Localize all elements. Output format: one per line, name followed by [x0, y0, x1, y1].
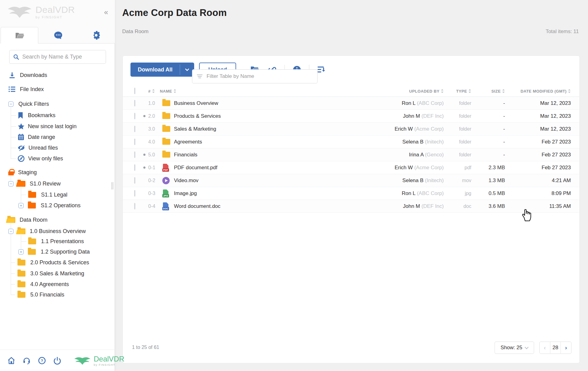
file-size: - [471, 113, 505, 119]
collapse-toggle-icon[interactable]: − [8, 229, 13, 234]
file-type: doc [444, 204, 471, 209]
sidebar-item-s1-0-review[interactable]: − S1.0 Review [8, 178, 61, 189]
page-size-select[interactable]: Show: 25 [495, 342, 534, 354]
next-page-button[interactable]: › [560, 342, 571, 354]
row-checkbox[interactable] [134, 113, 135, 119]
sort-icon[interactable] [502, 89, 505, 93]
row-checkbox[interactable] [134, 126, 135, 132]
sidebar-item-label: Unread files [28, 145, 58, 151]
collapse-toggle-icon[interactable]: − [8, 101, 13, 107]
column-header-type[interactable]: TYPE [456, 89, 467, 94]
file-name[interactable]: Word document.doc [174, 203, 346, 209]
select-all-checkbox[interactable] [134, 88, 135, 94]
file-name[interactable]: Business Overview [174, 100, 346, 106]
sidebar-item-s1-2-operations[interactable]: + S1.2 Operations [18, 200, 81, 211]
folder-icon [162, 152, 170, 158]
sidebar-item-5-0-financials[interactable]: 5.0 Financials [17, 289, 64, 300]
row-checkbox[interactable] [134, 177, 135, 184]
file-name[interactable]: PDF document.pdf [174, 165, 346, 171]
sidebar-item-1-2-supporting-data[interactable]: + 1.2 Supporting Data [18, 246, 90, 257]
sort-icon[interactable] [568, 89, 571, 93]
sort-icon[interactable] [152, 89, 155, 93]
filter-table-input[interactable] [206, 73, 313, 79]
tab-documents[interactable] [1, 27, 38, 44]
home-icon[interactable] [7, 357, 15, 365]
sidebar-item-downloads[interactable]: Downloads [8, 70, 47, 81]
column-header-date-modified[interactable]: DATE MODIFIED (GMT) [521, 89, 567, 94]
date-modified: Mar 12, 2023 [505, 113, 571, 119]
sidebar-item-date-range[interactable]: Date range [18, 132, 55, 143]
date-modified: Mar 12, 2023 [505, 126, 571, 132]
sidebar-item-1-0-business-overview[interactable]: − 1.0 Business Overview [8, 226, 86, 237]
sidebar-item-data-room[interactable]: Data Room [7, 214, 47, 225]
power-icon[interactable] [53, 357, 61, 365]
row-checkbox[interactable] [134, 190, 135, 197]
sidebar-item-staging[interactable]: Staging [8, 167, 37, 178]
column-header-name[interactable]: NAME [160, 89, 172, 94]
table-row[interactable]: 3.0 Sales & Marketing Erich W (Acme Corp… [123, 123, 579, 136]
table-row[interactable]: 2.0 Products & Services John M (DEF Inc)… [123, 110, 579, 123]
sidebar-item-new-since-login[interactable]: New since last login [18, 121, 77, 132]
sidebar-item-unread-files[interactable]: Unread files [18, 142, 58, 153]
search-input[interactable] [22, 54, 102, 60]
row-checkbox[interactable] [134, 203, 135, 209]
folder-icon [162, 100, 170, 106]
sidebar-item-3-0-sales-marketing[interactable]: 3.0 Sales & Marketing [17, 268, 84, 279]
sidebar-item-bookmarks[interactable]: Bookmarks [18, 110, 55, 121]
table-row[interactable]: 1.0 Business Overview Ron L (ABC Corp) f… [123, 97, 579, 110]
sidebar-item-2-0-products-services[interactable]: 2.0 Products & Services [17, 257, 89, 268]
row-checkbox[interactable] [134, 164, 135, 171]
row-checkbox[interactable] [134, 100, 135, 106]
sidebar-collapse-icon[interactable]: « [104, 8, 108, 17]
row-checkbox[interactable] [134, 151, 135, 158]
table-row[interactable]: 0-3 JPG Image.jpg Ron L (ABC Corp) jpg 0… [123, 187, 579, 200]
svg-text:?: ? [41, 358, 43, 363]
sidebar-item-s1-1-legal[interactable]: S1.1 Legal [28, 189, 67, 200]
row-checkbox[interactable] [134, 139, 135, 145]
sidebar-item-file-index[interactable]: File Index [8, 84, 44, 95]
sidebar-item-quick-filters[interactable]: − Quick Filters [8, 98, 49, 109]
file-name[interactable]: Video.mov [174, 178, 346, 184]
column-header-num[interactable]: # [148, 89, 151, 94]
table-row[interactable]: 4.0 Agreements Selena B (Initech) folder… [123, 136, 579, 148]
prev-page-button[interactable]: ‹ [540, 342, 550, 354]
tab-settings[interactable] [77, 27, 115, 44]
collapse-toggle-icon[interactable]: − [8, 181, 13, 186]
sort-icon[interactable] [469, 89, 471, 93]
sort-icon[interactable] [174, 89, 176, 93]
file-name[interactable]: Products & Services [174, 113, 346, 119]
expand-toggle-icon[interactable]: + [18, 249, 24, 254]
file-size: - [471, 152, 505, 158]
tab-chat[interactable] [39, 27, 77, 44]
column-header-size[interactable]: SIZE [492, 89, 501, 94]
table-row[interactable]: 0-2 Video.mov Selena B (Initech) mov 1.3… [123, 174, 579, 187]
uploader-company: (Initech) [425, 178, 444, 183]
file-name[interactable]: Image.jpg [174, 190, 346, 197]
search-icon [13, 54, 19, 60]
footer-logo: DealVDR by FINSIGHT [74, 355, 124, 366]
sidebar-footer: ? DealVDR by FINSIGHT [0, 350, 115, 371]
filter-lines-icon [197, 74, 203, 79]
support-headset-icon[interactable] [23, 357, 31, 365]
column-header-uploaded-by[interactable]: UPLOADED BY [409, 89, 439, 94]
uploader-company: (Genco) [425, 152, 444, 158]
sidebar-item-4-0-agreements[interactable]: 4.0 Agreements [17, 279, 69, 290]
expand-toggle-icon[interactable]: + [18, 203, 24, 208]
table-row[interactable]: 0-4 DOC Word document.doc John M (DEF In… [123, 200, 579, 213]
sort-order-button[interactable] [317, 66, 326, 73]
sidebar-item-1-1-presentations[interactable]: 1.1 Presentations [28, 236, 84, 247]
file-name[interactable]: Financials [174, 152, 346, 158]
sidebar-resize-handle[interactable] [111, 182, 113, 189]
pager: ‹ 28 › [539, 342, 571, 354]
file-name[interactable]: Sales & Marketing [174, 126, 346, 132]
table-row[interactable]: 5.0 Financials Irina A (Genco) folder - … [123, 148, 579, 161]
table-row[interactable]: 0-1 PDF PDF document.pdf Erich W (Acme C… [123, 161, 579, 174]
file-name[interactable]: Agreements [174, 139, 346, 145]
sort-icon[interactable] [441, 89, 444, 93]
download-all-button[interactable]: Download All [130, 63, 194, 77]
help-icon[interactable]: ? [38, 357, 46, 365]
unread-dot-icon [143, 154, 145, 156]
file-size: 0.5 MB [471, 190, 505, 197]
sidebar-item-view-only-files[interactable]: View only files [18, 153, 63, 164]
folder-icon [28, 203, 36, 208]
